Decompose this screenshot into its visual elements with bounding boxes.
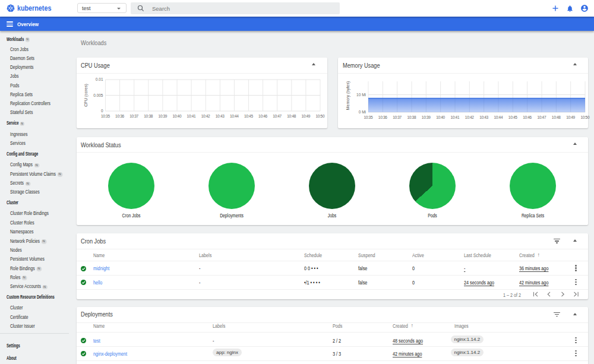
svg-text:Memory (bytes): Memory (bytes) bbox=[346, 81, 350, 110]
svg-text:10:40: 10:40 bbox=[436, 115, 445, 119]
svg-text:10:35: 10:35 bbox=[101, 114, 110, 118]
svg-text:10:41: 10:41 bbox=[187, 114, 195, 118]
svg-text:10:47: 10:47 bbox=[273, 114, 282, 118]
svg-text:10:46: 10:46 bbox=[523, 115, 532, 119]
svg-text:10:41: 10:41 bbox=[451, 115, 460, 119]
svg-text:10:45: 10:45 bbox=[244, 114, 253, 118]
svg-text:10 Mi: 10 Mi bbox=[356, 93, 366, 97]
svg-text:10:37: 10:37 bbox=[393, 115, 402, 119]
svg-text:0: 0 bbox=[100, 109, 103, 113]
svg-text:10:36: 10:36 bbox=[378, 115, 387, 119]
svg-text:CPU (cores): CPU (cores) bbox=[84, 84, 89, 107]
svg-text:10:48: 10:48 bbox=[287, 114, 296, 118]
svg-text:10:39: 10:39 bbox=[422, 115, 431, 119]
svg-text:10:38: 10:38 bbox=[407, 115, 416, 119]
svg-text:10:37: 10:37 bbox=[129, 114, 138, 118]
svg-text:10:50: 10:50 bbox=[315, 114, 324, 118]
svg-text:0.005: 0.005 bbox=[93, 93, 103, 97]
svg-text:10:36: 10:36 bbox=[115, 114, 124, 118]
svg-text:10:40: 10:40 bbox=[172, 114, 181, 118]
svg-text:10:46: 10:46 bbox=[258, 114, 267, 118]
svg-text:0.01: 0.01 bbox=[95, 77, 103, 81]
svg-text:10:44: 10:44 bbox=[494, 115, 503, 119]
svg-text:10:43: 10:43 bbox=[479, 115, 488, 119]
svg-text:10:47: 10:47 bbox=[538, 115, 546, 119]
svg-text:10:48: 10:48 bbox=[552, 115, 561, 119]
svg-text:10:45: 10:45 bbox=[508, 115, 517, 119]
svg-text:10:44: 10:44 bbox=[229, 114, 238, 118]
svg-text:10:38: 10:38 bbox=[144, 114, 153, 118]
svg-text:10:49: 10:49 bbox=[301, 114, 310, 118]
svg-text:10:50: 10:50 bbox=[581, 115, 590, 119]
svg-text:10:35: 10:35 bbox=[364, 115, 373, 119]
svg-text:10:43: 10:43 bbox=[215, 114, 224, 118]
svg-text:10:42: 10:42 bbox=[465, 115, 474, 119]
svg-text:0 Mi: 0 Mi bbox=[359, 110, 366, 114]
svg-text:10:42: 10:42 bbox=[201, 114, 210, 118]
svg-text:10:49: 10:49 bbox=[566, 115, 575, 119]
svg-text:10:39: 10:39 bbox=[158, 114, 167, 118]
